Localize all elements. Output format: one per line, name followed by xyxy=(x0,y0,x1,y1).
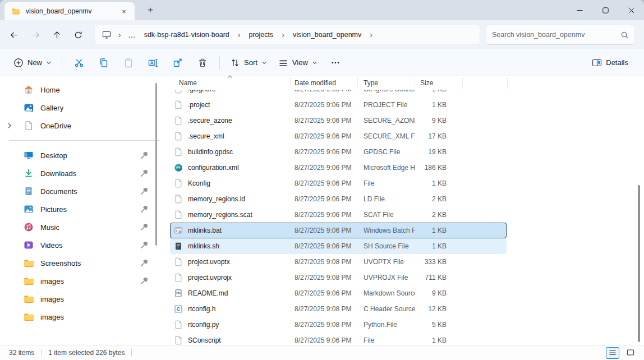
forward-button[interactable] xyxy=(25,25,46,45)
sort-ascending-icon xyxy=(227,75,233,79)
file-row[interactable]: SConscript8/27/2025 9:06 PMFile1 KB xyxy=(170,333,507,345)
sidebar-item-images[interactable]: images xyxy=(4,272,164,290)
sort-button[interactable]: Sort xyxy=(224,53,273,72)
close-button[interactable] xyxy=(618,0,644,20)
file-explorer-window: vision_board_openmv × + ›…sdk-bsp-ra8d1-… xyxy=(0,0,644,360)
toolbar-divider xyxy=(62,56,62,70)
file-row[interactable]: README.md8/27/2025 9:06 PMMarkdown Sourc… xyxy=(170,285,507,301)
file-row[interactable]: memory_regions.scat8/27/2025 9:06 PMSCAT… xyxy=(170,207,507,223)
sidebar-item-images[interactable]: images xyxy=(4,290,164,308)
file-row[interactable]: mklinks.bat8/27/2025 9:06 PMWindows Batc… xyxy=(170,223,507,238)
rename-button[interactable] xyxy=(141,53,165,72)
view-toggles xyxy=(606,347,637,359)
view-lines-icon xyxy=(278,58,288,68)
breadcrumb-segment[interactable]: projects xyxy=(244,29,279,41)
file-size: 17 KB xyxy=(415,132,460,140)
file-row[interactable]: .secure_xml8/27/2025 9:06 PMSECURE_XML F… xyxy=(170,128,507,144)
file-row[interactable]: Crtconfig.h8/27/2025 9:08 PMC Header Sou… xyxy=(170,301,507,317)
view-button[interactable]: View xyxy=(273,53,323,72)
sidebar-item-documents[interactable]: Documents xyxy=(4,182,164,200)
more-options-button[interactable] xyxy=(323,53,348,72)
downloads-icon xyxy=(24,168,34,178)
refresh-button[interactable] xyxy=(67,25,89,45)
breadcrumb-overflow-button[interactable]: … xyxy=(125,30,139,39)
details-view-toggle[interactable] xyxy=(606,347,619,359)
file-name-cell: memory_regions.ld xyxy=(170,195,291,204)
file-date-modified: 8/27/2025 9:08 PM xyxy=(291,321,358,329)
back-button[interactable] xyxy=(3,25,25,45)
file-name: SConscript xyxy=(183,336,221,344)
expand-chevron-icon[interactable] xyxy=(6,122,13,130)
share-button[interactable] xyxy=(165,53,190,72)
tab-bar: vision_board_openmv × + xyxy=(0,0,644,20)
new-button[interactable]: New xyxy=(8,53,57,72)
file-date-modified: 8/27/2025 9:06 PM xyxy=(291,336,358,344)
breadcrumb-segment[interactable]: sdk-bsp-ra8d1-vision-board xyxy=(139,29,234,41)
file-row[interactable]: project.uvoptx8/27/2025 9:08 PMUVOPTX Fi… xyxy=(170,254,507,270)
file-row[interactable]: .secure_azone8/27/2025 9:06 PMSECURE_AZO… xyxy=(170,113,507,128)
home-icon xyxy=(24,85,34,95)
onedrive-icon xyxy=(24,121,34,131)
file-row[interactable]: mklinks.sh8/27/2025 9:06 PMSH Source Fil… xyxy=(170,238,507,254)
breadcrumb-chevron-icon[interactable]: › xyxy=(366,30,376,39)
sidebar-item-images[interactable]: images xyxy=(4,308,164,326)
copy-button[interactable] xyxy=(91,53,116,72)
sidebar-item-desktop[interactable]: Desktop xyxy=(4,146,164,164)
file-row[interactable]: .gitignore8/27/2025 9:06 PMGit Ignore So… xyxy=(170,90,507,97)
paste-button[interactable] xyxy=(116,53,141,72)
tab-close-icon[interactable]: × xyxy=(118,5,130,17)
icons-view-toggle[interactable] xyxy=(624,347,637,359)
file-date-modified: 8/27/2025 9:06 PM xyxy=(291,148,358,156)
column-header-size[interactable]: Size xyxy=(415,77,463,89)
column-header-type[interactable]: Type xyxy=(358,77,415,89)
file-size: 1 KB xyxy=(415,101,460,109)
explorer-tab[interactable]: vision_board_openmv × xyxy=(4,2,135,20)
file-list: Name Date modified Type Size .gitignore8… xyxy=(168,76,644,345)
delete-button[interactable] xyxy=(190,53,215,72)
sidebar-item-gallery[interactable]: Gallery xyxy=(4,99,164,117)
scissors-icon xyxy=(74,58,84,68)
batch-icon xyxy=(174,226,183,235)
file-row[interactable]: buildinfo.gpdsc8/27/2025 9:06 PMGPDSC Fi… xyxy=(170,144,507,160)
sidebar-item-downloads[interactable]: Downloads xyxy=(4,164,164,182)
details-pane-button[interactable]: Details xyxy=(586,53,634,72)
file-row[interactable]: .project8/27/2025 9:06 PMPROJECT File1 K… xyxy=(170,97,507,113)
up-button[interactable] xyxy=(46,25,67,45)
sidebar-item-label: Music xyxy=(34,223,59,232)
file-row[interactable]: rtconfig.py8/27/2025 9:08 PMPython.File5… xyxy=(170,317,507,333)
sort-arrows-icon xyxy=(230,58,240,68)
file-row[interactable]: project.uvprojx8/27/2025 9:08 PMUVPROJX … xyxy=(170,270,507,285)
breadcrumb-segment[interactable]: vision_board_openmv xyxy=(288,29,366,41)
file-name-cell: .project xyxy=(170,100,291,109)
breadcrumb-chevron-icon[interactable]: › xyxy=(234,30,244,39)
sidebar-item-pictures[interactable]: Pictures xyxy=(4,200,164,218)
file-row[interactable]: configuration.xml8/27/2025 9:06 PMMicros… xyxy=(170,160,507,176)
clipped-file-row[interactable]: .gitignore8/27/2025 9:06 PMGit Ignore So… xyxy=(170,90,644,97)
sidebar-item-music[interactable]: Music xyxy=(4,218,164,236)
sidebar-item-videos[interactable]: Videos xyxy=(4,236,164,254)
this-pc-icon[interactable] xyxy=(98,27,115,43)
sidebar-item-screenshots[interactable]: Screenshots xyxy=(4,254,164,272)
file-row[interactable]: memory_regions.ld8/27/2025 9:06 PMLD Fil… xyxy=(170,191,507,207)
details-pane-icon xyxy=(592,58,602,68)
search-input[interactable] xyxy=(492,31,620,39)
column-header-date-modified[interactable]: Date modified xyxy=(291,77,358,89)
maximize-button[interactable] xyxy=(592,0,618,20)
search-icon[interactable] xyxy=(620,31,629,39)
minimize-button[interactable] xyxy=(567,0,592,20)
new-tab-button[interactable]: + xyxy=(142,2,158,18)
file-type: File xyxy=(358,336,415,344)
sidebar-item-onedrive[interactable]: OneDrive xyxy=(4,117,164,135)
breadcrumb-chevron-icon[interactable]: › xyxy=(115,30,125,39)
cut-button[interactable] xyxy=(67,53,91,72)
file-type: LD File xyxy=(358,195,415,203)
file-name-cell: memory_regions.scat xyxy=(170,210,291,219)
column-header-name[interactable]: Name xyxy=(170,77,291,89)
file-row[interactable]: Kconfig8/27/2025 9:06 PMFile1 KB xyxy=(170,176,507,191)
breadcrumb-chevron-icon[interactable]: › xyxy=(278,30,288,39)
sidebar-scrollbar[interactable] xyxy=(155,83,157,246)
sidebar-item-home[interactable]: Home xyxy=(4,81,164,99)
window-scrollbar[interactable] xyxy=(638,185,640,342)
navigation-pane: HomeGalleryOneDrive DesktopDownloadsDocu… xyxy=(0,76,168,345)
sidebar-item-label: Screenshots xyxy=(34,259,81,267)
